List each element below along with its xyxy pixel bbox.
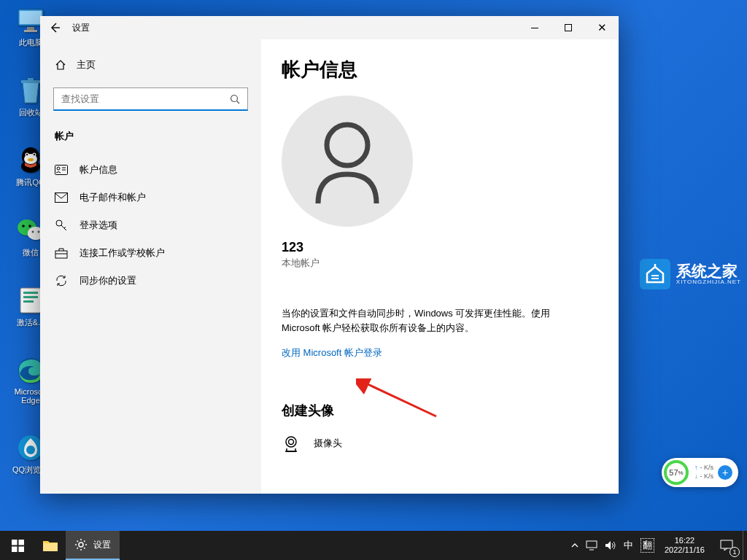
svg-rect-3 bbox=[24, 30, 37, 32]
svg-rect-48 bbox=[12, 540, 18, 545]
svg-rect-24 bbox=[23, 300, 34, 303]
watermark-title: 系统之家 bbox=[676, 262, 741, 279]
tray-ime-mode[interactable]: 翻 bbox=[640, 538, 654, 553]
search-input[interactable] bbox=[53, 88, 248, 111]
titlebar[interactable]: 设置 ✕ bbox=[40, 16, 619, 39]
nav-email[interactable]: 电子邮件和帐户 bbox=[53, 184, 248, 211]
clock-time: 16:22 bbox=[665, 536, 705, 545]
ms-account-link[interactable]: 改用 Microsoft 帐户登录 bbox=[282, 346, 382, 359]
avatar bbox=[282, 96, 413, 227]
nav-label: 连接工作或学校帐户 bbox=[80, 246, 165, 260]
svg-point-53 bbox=[79, 542, 83, 547]
close-button[interactable]: ✕ bbox=[585, 16, 619, 39]
svg-rect-50 bbox=[12, 546, 18, 552]
settings-window: 设置 ✕ 主页 帐户 帐户 bbox=[40, 16, 619, 494]
desktop-icon-label: 微信 bbox=[23, 247, 39, 258]
notification-button[interactable]: 1 bbox=[711, 531, 743, 560]
minimize-button[interactable] bbox=[518, 16, 551, 39]
home-label: 主页 bbox=[77, 58, 96, 71]
tray-ime-lang[interactable]: 中 bbox=[624, 539, 633, 552]
tray-volume-icon[interactable] bbox=[605, 540, 616, 551]
svg-rect-22 bbox=[23, 292, 38, 294]
meter-percent: 57% bbox=[664, 460, 689, 485]
key-icon bbox=[55, 219, 68, 232]
desktop-icon-label: 此电脑 bbox=[19, 37, 43, 48]
nav-label: 同步你的设置 bbox=[80, 274, 136, 287]
maximize-button[interactable] bbox=[551, 16, 585, 39]
sidebar: 主页 帐户 帐户信息 电子邮件和帐户 bbox=[40, 39, 261, 494]
svg-point-34 bbox=[57, 167, 60, 170]
gear-icon bbox=[74, 538, 88, 551]
home-link[interactable]: 主页 bbox=[53, 55, 248, 74]
clock-date: 2022/11/16 bbox=[665, 545, 705, 555]
svg-point-19 bbox=[32, 231, 34, 233]
account-type: 本地帐户 bbox=[282, 257, 598, 270]
home-icon bbox=[55, 59, 66, 71]
svg-rect-54 bbox=[587, 541, 597, 548]
svg-point-18 bbox=[28, 225, 31, 228]
svg-rect-29 bbox=[651, 278, 659, 279]
taskbar-explorer[interactable] bbox=[35, 531, 66, 560]
svg-point-43 bbox=[327, 125, 368, 166]
taskbar: 设置 中 翻 16:22 2022/11/16 1 bbox=[0, 531, 747, 560]
svg-rect-2 bbox=[27, 27, 34, 30]
content: 帐户信息 123 本地帐户 当你的设置和文件自动同步时，Windows 可发挥更… bbox=[261, 39, 619, 494]
sync-icon bbox=[55, 274, 68, 287]
windows-icon bbox=[12, 540, 24, 552]
camera-label: 摄像头 bbox=[314, 437, 342, 450]
nav-sync[interactable]: 同步你的设置 bbox=[53, 267, 248, 295]
search-icon bbox=[230, 94, 240, 104]
tray-chevron-icon[interactable] bbox=[571, 542, 578, 549]
svg-rect-28 bbox=[651, 275, 659, 276]
svg-point-27 bbox=[26, 446, 35, 454]
search-field[interactable] bbox=[61, 93, 230, 104]
briefcase-icon bbox=[55, 246, 68, 260]
nav-account-info[interactable]: 帐户信息 bbox=[53, 156, 248, 184]
svg-line-32 bbox=[237, 101, 240, 104]
svg-rect-1 bbox=[20, 11, 42, 24]
svg-line-39 bbox=[61, 225, 66, 230]
svg-point-11 bbox=[26, 154, 28, 155]
svg-rect-56 bbox=[721, 540, 732, 548]
svg-rect-52 bbox=[43, 543, 58, 551]
system-tray: 中 翻 bbox=[567, 538, 659, 553]
svg-point-46 bbox=[289, 440, 294, 445]
show-desktop-button[interactable] bbox=[743, 531, 747, 560]
taskbar-clock[interactable]: 16:22 2022/11/16 bbox=[659, 536, 711, 555]
svg-point-13 bbox=[28, 158, 34, 161]
folder-icon bbox=[42, 539, 58, 552]
meter-plus-icon[interactable]: + bbox=[718, 465, 732, 480]
watermark: 系统之家 XITONGZHIJIA.NET bbox=[640, 259, 741, 289]
notification-badge: 1 bbox=[729, 547, 740, 557]
tray-monitor-icon[interactable] bbox=[586, 540, 597, 551]
svg-point-38 bbox=[56, 220, 62, 226]
svg-rect-41 bbox=[55, 251, 67, 258]
network-meter[interactable]: 57% ↑- K/s ↓- K/s + bbox=[662, 458, 738, 487]
person-icon bbox=[307, 117, 387, 205]
camera-option[interactable]: 摄像头 bbox=[282, 434, 598, 453]
svg-point-20 bbox=[38, 231, 40, 233]
person-card-icon bbox=[55, 163, 68, 176]
create-avatar-heading: 创建头像 bbox=[282, 402, 598, 419]
nav-label: 电子邮件和帐户 bbox=[80, 191, 146, 204]
nav-signin[interactable]: 登录选项 bbox=[53, 211, 248, 239]
watermark-url: XITONGZHIJIA.NET bbox=[676, 279, 741, 286]
page-heading: 帐户信息 bbox=[282, 57, 598, 82]
watermark-logo-icon bbox=[640, 259, 670, 289]
meter-speeds: ↑- K/s ↓- K/s bbox=[694, 464, 713, 481]
sidebar-section: 帐户 bbox=[53, 130, 248, 143]
svg-rect-49 bbox=[18, 540, 24, 545]
svg-point-31 bbox=[231, 95, 238, 101]
sync-description: 当你的设置和文件自动同步时，Windows 可发挥更佳性能。使用 Microso… bbox=[282, 306, 588, 335]
nav-work-school[interactable]: 连接工作或学校帐户 bbox=[53, 239, 248, 267]
svg-point-12 bbox=[34, 154, 35, 155]
svg-rect-51 bbox=[18, 546, 24, 552]
taskbar-settings[interactable]: 设置 bbox=[66, 531, 120, 560]
back-button[interactable] bbox=[40, 16, 69, 39]
mail-icon bbox=[55, 191, 68, 204]
nav-label: 帐户信息 bbox=[80, 163, 117, 176]
desktop: 此电脑 回收站 腾讯QQ 微信 激活&... Microsoft Edge QQ… bbox=[0, 0, 747, 560]
desktop-icon-label: 回收站 bbox=[19, 107, 43, 118]
start-button[interactable] bbox=[0, 531, 35, 560]
svg-rect-5 bbox=[28, 78, 34, 81]
